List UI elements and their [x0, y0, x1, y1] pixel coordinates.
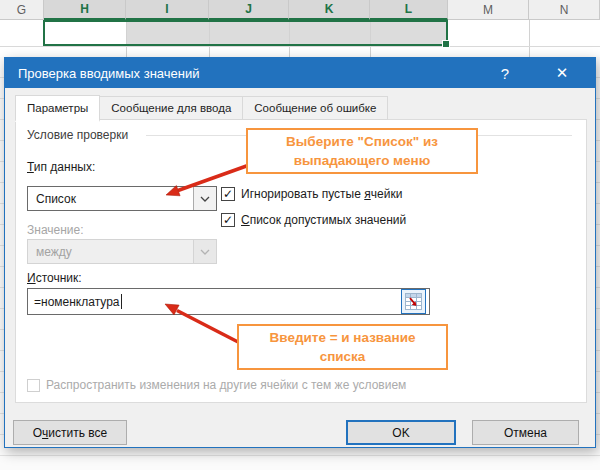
data-validation-dialog: Проверка вводимых значений ? ✕ Параметры… [4, 57, 596, 448]
close-icon[interactable]: ✕ [542, 58, 582, 88]
label-part: С [241, 213, 250, 227]
ok-button[interactable]: OK [346, 420, 456, 445]
label-part: О [33, 426, 42, 440]
tab-input-message[interactable]: Сообщение для ввода [99, 96, 243, 120]
clear-all-button[interactable]: Очистить все [13, 420, 127, 445]
range-selector-icon [405, 293, 422, 310]
spreadsheet-top: G H I J K L M N [0, 0, 600, 57]
value-dropdown-disabled: между [27, 239, 217, 264]
column-header-g[interactable]: G [0, 0, 44, 20]
checkbox-ignore-blank-label: Игнорировать пустые ячейки [241, 187, 402, 201]
group-label-validation-condition: Условие проверки [27, 128, 128, 142]
cancel-button[interactable]: Отмена [472, 420, 579, 445]
tab-error-message[interactable]: Сообщение об ошибке [242, 96, 388, 120]
data-type-label-key: Т [27, 160, 34, 174]
checkbox-apply-to-all-label: Распространить изменения на другие ячейк… [46, 378, 406, 392]
column-header-h[interactable]: H [44, 0, 126, 20]
value-label: Значение: [27, 223, 84, 237]
source-label: Источник: [27, 271, 82, 285]
column-header-n[interactable]: N [529, 0, 600, 20]
gridline [0, 46, 600, 47]
callout-line: выпадающего меню [252, 151, 472, 170]
label-part: истить все [48, 426, 107, 440]
label-part: Игнорировать пустые [241, 187, 364, 201]
label-part: писок допустимых значений [250, 213, 407, 227]
data-type-label: Тип данных: [27, 160, 95, 174]
value-dropdown-value: между [36, 245, 72, 259]
dialog-tabs: Параметры Сообщение для ввода Сообщение … [15, 95, 387, 120]
tab-parameters[interactable]: Параметры [15, 95, 100, 122]
dialog-titlebar[interactable]: Проверка вводимых значений ? ✕ [5, 58, 595, 88]
callout-line: списка [243, 347, 442, 366]
dialog-title: Проверка вводимых значений [18, 66, 199, 81]
column-header-i[interactable]: I [126, 0, 209, 20]
range-selector-button[interactable] [401, 289, 426, 314]
label-part: чейки [371, 187, 403, 201]
data-type-dropdown[interactable]: Список [27, 186, 217, 211]
checkbox-apply-to-all: Распространить изменения на другие ячейк… [27, 378, 406, 392]
source-label-key: И [27, 271, 36, 285]
callout-line: Выберите "Список" из [252, 132, 472, 151]
data-type-value: Список [36, 192, 76, 206]
column-header-j[interactable]: J [209, 0, 289, 20]
selection-border [43, 20, 448, 46]
clear-all-label: Очистить все [33, 426, 108, 440]
data-type-label-rest: ип данных: [34, 160, 95, 174]
callout-line: Введите = и название [243, 328, 442, 347]
text-caret [121, 294, 122, 309]
column-header-m[interactable]: M [448, 0, 529, 20]
callout-enter-source: Введите = и название списка [237, 324, 448, 370]
source-label-rest: сточник: [36, 271, 82, 285]
column-header-l[interactable]: L [370, 0, 448, 20]
checkbox-checked-icon: ✓ [221, 187, 235, 201]
checkbox-unchecked-icon [27, 379, 40, 392]
source-input[interactable]: =номенклатура [27, 288, 430, 315]
column-header-k[interactable]: K [289, 0, 370, 20]
checkbox-in-cell-dropdown-label: Список допустимых значений [241, 213, 406, 227]
checkbox-checked-icon: ✓ [221, 213, 235, 227]
fill-handle[interactable] [442, 40, 450, 48]
source-input-value: =номенклатура [34, 295, 120, 309]
checkbox-in-cell-dropdown[interactable]: ✓ Список допустимых значений [221, 213, 406, 227]
callout-select-list: Выберите "Список" из выпадающего меню [246, 128, 478, 174]
gridline [529, 20, 530, 57]
checkbox-ignore-blank[interactable]: ✓ Игнорировать пустые ячейки [221, 187, 402, 201]
help-icon[interactable]: ? [485, 58, 525, 88]
chevron-down-icon [193, 240, 216, 263]
chevron-down-icon [193, 187, 216, 210]
